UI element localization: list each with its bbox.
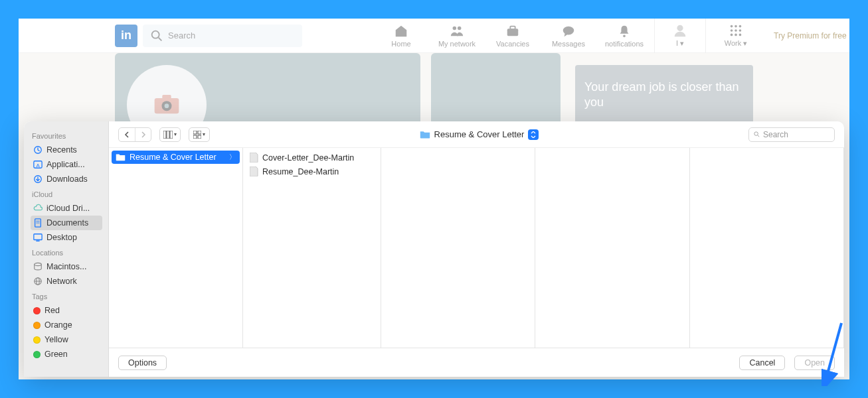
- column-2: [381, 148, 535, 348]
- svg-rect-41: [198, 135, 201, 139]
- svg-rect-37: [170, 131, 173, 139]
- doc-icon: [33, 218, 43, 228]
- chat-icon: [561, 24, 576, 38]
- nav-avatar[interactable]: I ▾: [654, 19, 706, 53]
- svg-point-8: [677, 25, 683, 31]
- file-row[interactable]: Resume & Cover Letter〉: [112, 151, 240, 164]
- nav-home[interactable]: Home: [375, 19, 427, 53]
- svg-point-15: [731, 34, 733, 36]
- sidebar-item-green[interactable]: Green: [31, 347, 102, 362]
- nav-bell[interactable]: notifications: [598, 19, 650, 53]
- svg-point-31: [35, 263, 42, 265]
- file-icon: [250, 166, 258, 176]
- sidebar-item-yellow[interactable]: Yellow: [31, 332, 102, 347]
- view-columns-toggle[interactable]: ▾: [159, 127, 181, 142]
- desktop-icon: [33, 233, 43, 242]
- svg-point-14: [739, 29, 742, 32]
- finder-search[interactable]: Search: [748, 127, 835, 142]
- globe-icon: [33, 277, 43, 286]
- home-icon: [394, 24, 408, 38]
- svg-point-12: [731, 29, 733, 32]
- linkedin-logo[interactable]: in: [115, 25, 137, 47]
- nav-apps[interactable]: Work ▾: [710, 19, 762, 53]
- nav-chat[interactable]: Messages: [543, 19, 594, 53]
- linkedin-search[interactable]: Search: [143, 25, 302, 47]
- sidebar-section-icloud: iCloud: [32, 190, 108, 198]
- column-0: Resume & Cover Letter〉: [109, 148, 243, 348]
- folder-icon: [420, 130, 430, 139]
- svg-point-10: [735, 25, 737, 28]
- finder-sidebar: FavouritesRecentsAApplicati...Downloadsi…: [24, 121, 109, 377]
- current-folder-dropdown[interactable]: Resume & Cover Letter: [420, 129, 539, 140]
- svg-line-43: [758, 135, 759, 137]
- svg-rect-35: [163, 131, 166, 139]
- sidebar-item-macintos-[interactable]: Macintos...: [31, 259, 102, 274]
- svg-point-3: [458, 26, 462, 30]
- apps-icon: [729, 23, 743, 38]
- disk-icon: [33, 262, 43, 271]
- columns-icon: [163, 131, 173, 139]
- clock-icon: [33, 145, 43, 155]
- chevron-right-icon: [140, 131, 147, 138]
- svg-text:A: A: [36, 163, 40, 168]
- open-button[interactable]: Open: [794, 356, 835, 370]
- svg-rect-29: [34, 234, 42, 240]
- sidebar-item-red[interactable]: Red: [31, 303, 102, 318]
- sidebar-item-recents[interactable]: Recents: [31, 143, 102, 157]
- tag-dot-icon: [33, 307, 41, 314]
- svg-rect-36: [167, 131, 169, 139]
- svg-rect-40: [193, 135, 197, 139]
- column-4: [690, 148, 844, 348]
- back-button[interactable]: [119, 127, 135, 142]
- sidebar-section-tags: Tags: [32, 293, 108, 300]
- bell-icon: [617, 24, 632, 38]
- sidebar-item-applicati-[interactable]: AApplicati...: [31, 157, 102, 172]
- file-row[interactable]: Resume_Dee-Martin: [246, 165, 378, 178]
- people-icon: [450, 24, 464, 38]
- file-row[interactable]: Cover-Letter_Dee-Martin: [246, 151, 378, 165]
- sidebar-item-downloads[interactable]: Downloads: [31, 172, 102, 186]
- options-button[interactable]: Options: [118, 356, 167, 370]
- sidebar-item-orange[interactable]: Orange: [31, 318, 102, 332]
- search-icon: [753, 131, 760, 138]
- linkedin-topnav: in Search HomeMy networkVacanciesMessage…: [19, 19, 849, 53]
- sidebar-section-favourites: Favourites: [32, 132, 108, 140]
- svg-rect-19: [162, 95, 171, 100]
- linkedin-search-placeholder: Search: [168, 31, 195, 40]
- svg-point-16: [735, 34, 737, 36]
- sidebar-item-documents[interactable]: Documents: [31, 216, 102, 230]
- svg-point-13: [735, 29, 737, 32]
- svg-point-42: [754, 132, 758, 136]
- nav-back-forward: [118, 127, 151, 142]
- sidebar-item-desktop[interactable]: Desktop: [31, 230, 102, 245]
- grid-icon: [193, 131, 201, 139]
- nav-briefcase[interactable]: Vacancies: [487, 19, 539, 53]
- forward-button[interactable]: [135, 127, 151, 142]
- svg-line-1: [159, 37, 162, 40]
- svg-point-9: [731, 25, 733, 28]
- view-grid-toggle[interactable]: ▾: [189, 127, 210, 142]
- column-browser: Resume & Cover Letter〉Cover-Letter_Dee-M…: [109, 148, 844, 348]
- a-window-icon: A: [33, 160, 43, 169]
- svg-rect-5: [510, 26, 515, 29]
- folder-icon: [116, 153, 126, 161]
- finder-search-placeholder: Search: [763, 130, 788, 139]
- dialog-footer: Options Cancel Open: [109, 348, 844, 377]
- camera-icon: [153, 95, 180, 115]
- cancel-button[interactable]: Cancel: [739, 356, 785, 370]
- column-1: Cover-Letter_Dee-MartinResume_Dee-Martin: [243, 148, 381, 348]
- nav-people[interactable]: My network: [431, 19, 483, 53]
- search-icon: [149, 29, 164, 43]
- current-folder-label: Resume & Cover Letter: [434, 129, 525, 139]
- sidebar-item-network[interactable]: Network: [31, 274, 102, 289]
- svg-point-11: [739, 25, 742, 28]
- sidebar-section-locations: Locations: [32, 249, 108, 257]
- premium-link[interactable]: Try Premium for free: [774, 31, 847, 40]
- file-open-dialog: FavouritesRecentsAApplicati...Downloadsi…: [24, 121, 844, 377]
- briefcase-icon: [505, 24, 520, 38]
- profile-cover[interactable]: [115, 53, 420, 126]
- chevron-right-icon: 〉: [229, 153, 236, 162]
- sidebar-item-icloud-dri-[interactable]: iCloud Dri...: [31, 201, 102, 216]
- download-icon: [33, 174, 43, 184]
- svg-rect-39: [198, 131, 201, 134]
